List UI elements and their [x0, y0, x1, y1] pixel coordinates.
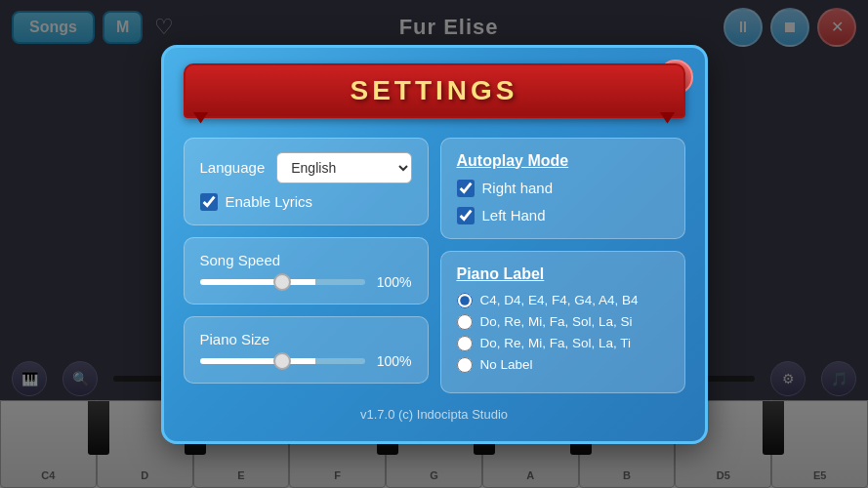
- song-speed-label: Song Speed: [200, 252, 412, 268]
- autoplay-section: Autoplay Mode Right hand Left Hand: [440, 138, 685, 239]
- modal-content: Language English Spanish French German I…: [184, 138, 685, 393]
- modal-overlay: ✕ SETTINGS Language English Spanish Fren…: [0, 0, 868, 488]
- piano-size-row: 100%: [200, 353, 412, 369]
- piano-label-option-2: Do, Re, Mi, Fa, Sol, La, Si: [457, 314, 669, 330]
- piano-size-value: 100%: [373, 353, 412, 369]
- right-hand-label: Right hand: [482, 180, 554, 196]
- piano-label-radio-1[interactable]: [457, 293, 473, 308]
- language-select[interactable]: English Spanish French German Italian: [276, 152, 411, 183]
- piano-label-radio-4[interactable]: [457, 357, 473, 373]
- song-speed-row: 100%: [200, 274, 412, 290]
- left-hand-row: Left Hand: [457, 207, 669, 224]
- version-text: v1.7.0 (c) Indocipta Studio: [184, 407, 685, 422]
- piano-label-option-3: Do, Re, Mi, Fa, Sol, La, Ti: [457, 336, 669, 351]
- piano-size-slider[interactable]: [200, 358, 365, 364]
- right-hand-checkbox[interactable]: [457, 180, 475, 197]
- piano-label-text-3: Do, Re, Mi, Fa, Sol, La, Ti: [480, 336, 632, 350]
- piano-size-label: Piano Size: [200, 331, 412, 347]
- settings-title: SETTINGS: [350, 75, 517, 105]
- language-row: Language English Spanish French German I…: [200, 152, 412, 183]
- song-speed-value: 100%: [373, 274, 412, 290]
- piano-label-text-4: No Label: [480, 357, 533, 372]
- piano-label-radio-3[interactable]: [457, 336, 473, 351]
- piano-label-text-2: Do, Re, Mi, Fa, Sol, La, Si: [480, 314, 633, 329]
- enable-lyrics-label: Enable Lyrics: [226, 193, 313, 210]
- settings-banner: SETTINGS: [184, 63, 685, 118]
- piano-label-title[interactable]: Piano Label: [457, 265, 669, 283]
- modal-right-column: Autoplay Mode Right hand Left Hand Piano…: [440, 138, 685, 393]
- modal-left-column: Language English Spanish French German I…: [184, 138, 429, 393]
- song-speed-slider[interactable]: [200, 279, 365, 285]
- left-hand-checkbox[interactable]: [457, 207, 475, 224]
- piano-label-text-1: C4, D4, E4, F4, G4, A4, B4: [480, 293, 639, 307]
- enable-lyrics-checkbox[interactable]: [200, 193, 218, 211]
- song-speed-slider-section: Song Speed 100%: [200, 252, 412, 290]
- piano-label-option-1: C4, D4, E4, F4, G4, A4, B4: [457, 293, 669, 308]
- song-speed-section: Song Speed 100%: [184, 237, 429, 305]
- enable-lyrics-row: Enable Lyrics: [200, 193, 412, 211]
- language-section: Language English Spanish French German I…: [184, 138, 429, 225]
- piano-label-section: Piano Label C4, D4, E4, F4, G4, A4, B4 D…: [440, 251, 685, 393]
- language-label: Language: [200, 159, 266, 176]
- left-hand-label: Left Hand: [482, 207, 546, 224]
- autoplay-title[interactable]: Autoplay Mode: [457, 152, 669, 170]
- piano-label-radio-2[interactable]: [457, 314, 473, 330]
- right-hand-row: Right hand: [457, 180, 669, 197]
- piano-size-section: Piano Size 100%: [184, 316, 429, 384]
- settings-modal: ✕ SETTINGS Language English Spanish Fren…: [161, 45, 708, 444]
- piano-label-option-4: No Label: [457, 357, 669, 373]
- piano-size-slider-section: Piano Size 100%: [200, 331, 412, 369]
